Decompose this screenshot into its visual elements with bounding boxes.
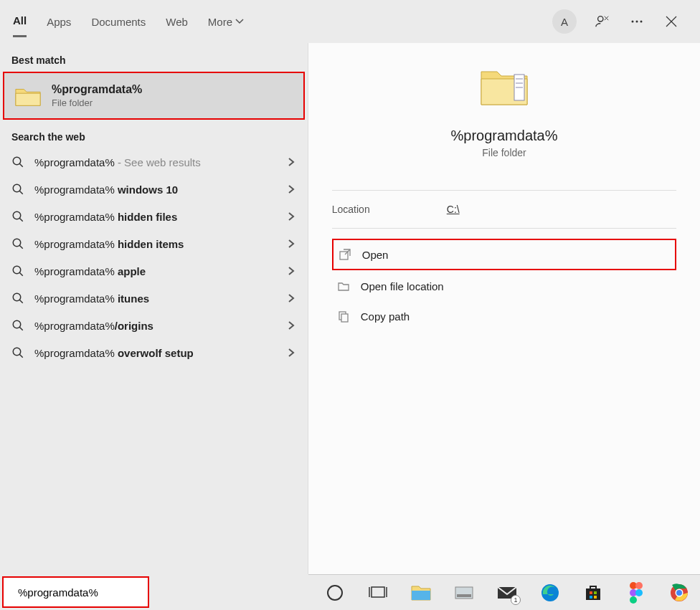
microsoft-store-icon[interactable] [582, 582, 604, 604]
mail-badge: 1 [511, 595, 521, 605]
results-panel: Best match %programdata% File folder Sea… [0, 43, 308, 574]
best-match-text: %programdata% File folder [52, 83, 142, 108]
app-icon-generic[interactable] [453, 582, 475, 604]
svg-point-6 [13, 184, 21, 192]
web-result-row[interactable]: %programdata% hidden items [0, 230, 308, 257]
svg-point-3 [640, 21, 643, 23]
svg-line-17 [19, 327, 23, 330]
svg-line-11 [19, 245, 23, 249]
more-options-icon[interactable] [628, 13, 645, 30]
svg-rect-37 [586, 588, 600, 600]
svg-point-14 [13, 293, 21, 301]
action-open-label: Open [362, 249, 389, 261]
chevron-right-icon [286, 239, 296, 249]
search-bar-container [0, 574, 308, 610]
search-icon [11, 156, 24, 168]
avatar[interactable]: A [552, 9, 577, 34]
search-icon [11, 319, 24, 332]
web-result-row[interactable]: %programdata% windows 10 [0, 176, 308, 203]
svg-point-29 [328, 586, 342, 600]
svg-point-45 [635, 589, 643, 596]
svg-point-16 [13, 320, 21, 328]
location-label: Location [332, 204, 447, 215]
tab-web[interactable]: Web [166, 7, 188, 37]
folder-open-icon [336, 279, 351, 293]
web-result-text: %programdata% itunes [34, 292, 276, 305]
chevron-right-icon [286, 266, 296, 276]
search-web-label: Search the web [0, 127, 308, 148]
close-icon[interactable] [663, 13, 680, 30]
search-icon [11, 183, 24, 196]
action-open-location-label: Open file location [361, 280, 444, 292]
svg-point-8 [13, 211, 21, 219]
task-view-icon[interactable] [367, 582, 389, 604]
web-result-text: %programdata% windows 10 [34, 184, 276, 196]
chevron-right-icon [286, 184, 296, 194]
location-value[interactable]: C:\ [447, 204, 460, 215]
best-match-label: Best match [0, 50, 308, 72]
web-result-text: %programdata% overwolf setup [34, 347, 276, 359]
web-result-row[interactable]: %programdata% - See web results [0, 148, 308, 176]
mail-icon[interactable]: 1 [496, 582, 518, 604]
folder-icon [478, 65, 530, 108]
svg-line-13 [19, 272, 23, 276]
svg-rect-40 [590, 596, 592, 599]
svg-point-49 [676, 590, 682, 596]
preview-subtitle: File folder [482, 147, 526, 158]
detail-location: Location C:\ [332, 190, 676, 229]
svg-point-1 [632, 21, 634, 23]
search-icon [11, 346, 24, 359]
file-explorer-icon[interactable] [410, 582, 432, 604]
tab-all[interactable]: All [13, 6, 27, 37]
web-result-row[interactable]: %programdata% apple [0, 257, 308, 285]
tab-more[interactable]: More [208, 7, 244, 37]
svg-line-15 [19, 300, 23, 303]
tab-documents[interactable]: Documents [91, 7, 146, 37]
chevron-right-icon [286, 320, 296, 330]
chevron-right-icon [286, 348, 296, 358]
preview-title: %programdata% [451, 128, 558, 144]
best-match-result[interactable]: %programdata% File folder [3, 72, 305, 120]
chevron-right-icon [286, 293, 296, 303]
tab-more-label: More [208, 16, 232, 28]
svg-rect-33 [412, 591, 430, 600]
copy-icon [336, 309, 351, 323]
chrome-icon[interactable] [668, 582, 690, 604]
search-input[interactable] [18, 586, 154, 599]
web-result-text: %programdata%/origins [34, 320, 276, 332]
svg-rect-39 [594, 591, 597, 594]
search-bar[interactable] [2, 576, 149, 608]
edge-icon[interactable] [539, 582, 561, 604]
web-result-row[interactable]: %programdata% itunes [0, 285, 308, 312]
best-match-subtitle: File folder [52, 97, 142, 108]
tab-apps[interactable]: Apps [47, 7, 71, 37]
action-open[interactable]: Open [332, 239, 676, 270]
chevron-right-icon [286, 157, 296, 167]
preview-panel: %programdata% File folder Location C:\ O… [308, 43, 700, 574]
web-result-row[interactable]: %programdata%/origins [0, 312, 308, 339]
search-icon [11, 265, 24, 277]
search-topbar: All Apps Documents Web More A [0, 0, 700, 43]
svg-line-19 [19, 354, 23, 358]
svg-point-43 [635, 582, 643, 589]
topbar-right: A [552, 9, 687, 34]
web-result-row[interactable]: %programdata% hidden files [0, 203, 308, 230]
svg-rect-38 [590, 591, 592, 594]
web-result-text: %programdata% apple [34, 265, 276, 277]
preview-actions: Open Open file location Copy path [332, 239, 676, 330]
figma-icon[interactable] [625, 582, 647, 604]
svg-point-18 [13, 348, 21, 356]
web-result-row[interactable]: %programdata% overwolf setup [0, 339, 308, 366]
action-open-file-location[interactable]: Open file location [332, 272, 676, 300]
cortana-icon[interactable] [324, 582, 346, 604]
svg-rect-30 [372, 587, 384, 597]
svg-line-9 [19, 218, 23, 221]
taskbar: 1 [308, 574, 700, 610]
action-copy-path-label: Copy path [361, 310, 410, 323]
feedback-icon[interactable] [594, 13, 611, 30]
svg-point-2 [636, 21, 638, 23]
svg-point-4 [13, 157, 21, 165]
action-copy-path[interactable]: Copy path [332, 302, 676, 330]
svg-point-0 [598, 16, 603, 22]
svg-rect-35 [457, 594, 471, 597]
